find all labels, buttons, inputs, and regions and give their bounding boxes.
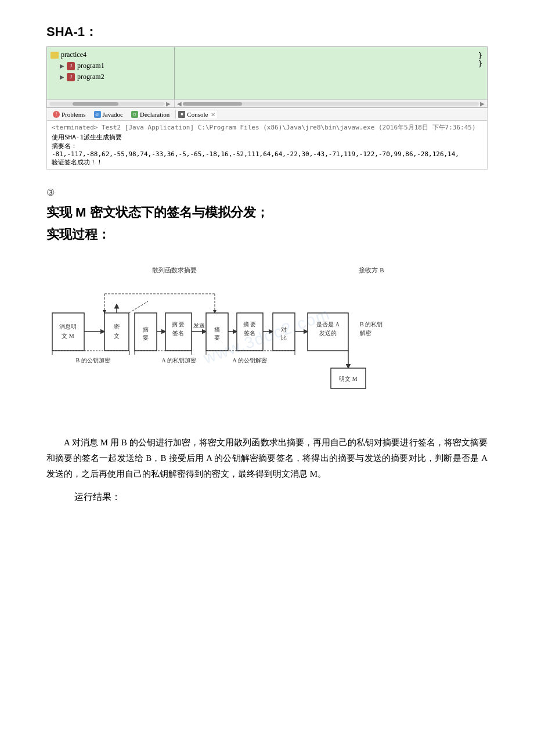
code-line-1: } — [478, 52, 482, 60]
sha-heading: SHA-1： — [46, 23, 488, 41]
ide-scrollbar[interactable]: ▶ ◀ ▶ — [47, 99, 487, 107]
svg-rect-6 — [104, 313, 129, 351]
scroll-thumb-left — [73, 102, 119, 106]
output-line-2: 摘要名： — [52, 142, 482, 150]
ide-item-label: practice4 — [61, 51, 86, 59]
tab-problems[interactable]: ! Problems — [50, 110, 88, 118]
scroll-track-right[interactable] — [183, 102, 479, 106]
svg-text:密: 密 — [114, 323, 120, 330]
ide-code: } } — [478, 49, 482, 68]
svg-text:散列函数求摘要: 散列函数求摘要 — [152, 267, 197, 273]
svg-text:A 的公钥解密: A 的公钥解密 — [232, 357, 266, 363]
java-icon-2: J — [67, 73, 75, 81]
ide-right-panel: } } — [175, 47, 487, 99]
svg-text:B 的私钥: B 的私钥 — [360, 321, 383, 327]
svg-text:文 M: 文 M — [62, 333, 74, 339]
svg-rect-2 — [52, 313, 84, 351]
svg-text:B 的公钥加密: B 的公钥加密 — [75, 357, 110, 363]
svg-line-13 — [129, 301, 148, 313]
svg-text:明文 M: 明文 M — [339, 376, 358, 382]
expand-arrow: ▶ — [60, 63, 64, 69]
result-heading: 运行结果： — [46, 491, 488, 503]
problems-icon: ! — [53, 111, 60, 118]
declaration-icon: D — [131, 111, 138, 118]
svg-text:文: 文 — [114, 333, 120, 339]
terminated-line: <terminated> Test2 [Java Application] C:… — [52, 123, 482, 132]
section-title: 实现 M 密文状态下的签名与模拟分发； — [46, 204, 488, 221]
svg-text:摘: 摘 — [214, 326, 220, 333]
ide-scrollbar-right[interactable]: ◀ ▶ — [175, 100, 487, 107]
svg-text:比: 比 — [281, 334, 287, 341]
javadoc-icon: @ — [94, 111, 101, 118]
svg-text:A 的私钥加密: A 的私钥加密 — [161, 357, 196, 363]
tab-console-label[interactable]: Console — [187, 111, 208, 118]
description-text: A 对消息 M 用 B 的公钥进行加密，将密文用散列函数求出摘要，再用自己的私钥… — [46, 435, 488, 482]
console-output: <terminated> Test2 [Java Application] C:… — [46, 121, 488, 170]
svg-text:解密: 解密 — [360, 330, 371, 336]
svg-text:签名: 签名 — [172, 330, 184, 336]
scroll-track-left[interactable] — [49, 102, 165, 106]
ide-screenshot: practice4 ▶ J program1 ▶ J program2 } } — [46, 46, 488, 108]
scroll-arrow-right[interactable]: ▶ — [165, 100, 172, 107]
console-icon: ■ — [178, 111, 185, 118]
tab-console[interactable]: ■ Console ✕ — [175, 110, 218, 118]
tab-javadoc[interactable]: @ Javadoc — [92, 110, 125, 118]
folder-icon — [50, 52, 59, 59]
close-icon[interactable]: ✕ — [211, 111, 215, 118]
section-number: ③ — [46, 187, 488, 198]
svg-text:摘: 摘 — [143, 326, 149, 333]
java-icon-1: J — [67, 62, 75, 70]
scroll-thumb-right — [183, 102, 242, 106]
svg-text:发送的: 发送的 — [319, 330, 337, 336]
ide-item-label-1: program1 — [77, 62, 104, 70]
ide-item-program1: ▶ J program1 — [50, 60, 171, 71]
svg-text:要: 要 — [214, 334, 220, 341]
section-subtitle: 实现过程： — [46, 226, 488, 243]
svg-text:摘 要: 摘 要 — [172, 321, 185, 327]
tab-javadoc-label[interactable]: Javadoc — [103, 111, 123, 118]
svg-text:签名: 签名 — [244, 330, 255, 336]
tab-problems-label[interactable]: Problems — [62, 111, 86, 118]
svg-text:对: 对 — [281, 326, 287, 333]
svg-text:发送: 发送 — [193, 322, 205, 329]
tab-declaration-label[interactable]: Declaration — [140, 111, 169, 118]
output-line-1: 使用SHA-1派生生成摘要 — [52, 133, 482, 142]
output-line-4: 验证签名成功！！ — [52, 158, 482, 167]
ide-item-practice4: practice4 — [50, 49, 171, 60]
svg-text:消息明: 消息明 — [59, 323, 77, 330]
output-line-3: -81,-117,-88,62,-55,98,74,-33,36,-5,-65,… — [52, 150, 482, 158]
expand-arrow-2: ▶ — [60, 74, 64, 80]
flowchart-svg: 散列函数求摘要 接收方 B 消息明 文 M 密 文 B 的公钥加密 摘 要 摘 … — [46, 255, 488, 417]
ide-left-panel: practice4 ▶ J program1 ▶ J program2 — [47, 47, 175, 99]
ide-item-program2: ▶ J program2 — [50, 71, 171, 82]
ide-item-label-2: program2 — [77, 73, 104, 81]
scroll-arrow-right-right[interactable]: ▶ — [480, 100, 485, 107]
svg-text:摘 要: 摘 要 — [243, 321, 257, 327]
console-toolbar: ! Problems @ Javadoc D Declaration ■ Con… — [46, 108, 488, 121]
svg-text:是否是 A: 是否是 A — [316, 321, 340, 327]
flowchart-container: www.3doc2.com 散列函数求摘要 接收方 B 消息明 文 M 密 文 … — [46, 255, 488, 417]
scroll-arrow-left-right[interactable]: ◀ — [177, 100, 182, 107]
code-line-2: } — [478, 60, 482, 68]
svg-text:要: 要 — [143, 334, 149, 341]
ide-scrollbar-left[interactable]: ▶ — [47, 100, 175, 107]
tab-declaration[interactable]: D Declaration — [129, 110, 172, 118]
svg-text:接收方 B: 接收方 B — [359, 267, 384, 273]
